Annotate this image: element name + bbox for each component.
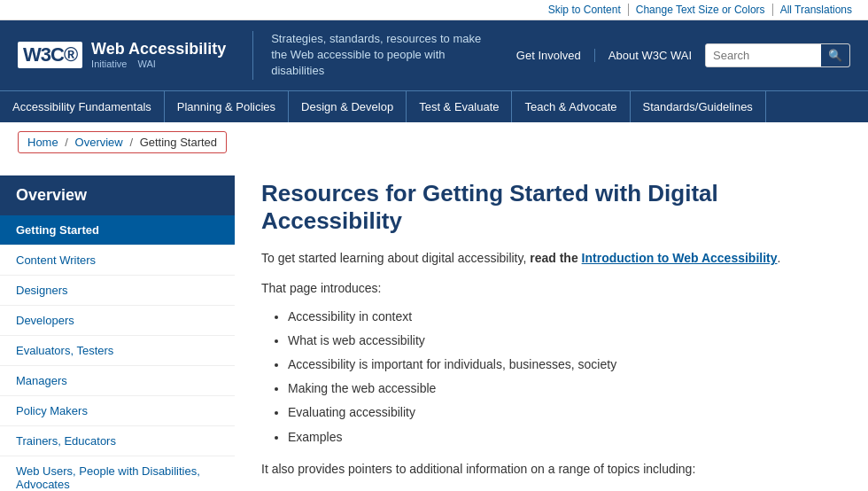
header-nav: Get Involved About W3C WAI [516,49,692,62]
breadcrumb-current: Getting Started [140,136,217,149]
utility-bar: Skip to Content Change Text Size or Colo… [0,0,868,20]
sidebar-item-designers[interactable]: Designers [0,276,235,306]
list-item: What is web accessibility [288,330,841,352]
wai-subtitle: Initiative WAI [91,58,226,70]
breadcrumb-bar: Home / Overview / Getting Started [0,122,868,162]
header-tagline: Strategies, standards, resources to make… [252,31,499,80]
wai-title: Web Accessibility [91,40,226,59]
sidebar-item-content-writers[interactable]: Content Writers [0,246,235,276]
search-input[interactable] [706,44,821,66]
breadcrumb-sep-2: / [129,136,133,149]
list-item: Evaluating accessibility [288,401,841,424]
introduces-text: That page introduces: [261,278,841,298]
get-involved-link[interactable]: Get Involved [516,49,595,62]
intro-bullets-list: Accessibility in context What is web acc… [288,306,841,448]
also-text: It also provides pointers to additional … [261,459,841,479]
logo-area: W3C® Web Accessibility Initiative WAI [18,40,226,71]
sidebar-item-policy-makers[interactable]: Policy Makers [0,396,235,426]
nav-teach-advocate[interactable]: Teach & Advocate [512,91,630,122]
change-text-size-link[interactable]: Change Text Size or Colors [629,4,773,16]
page-layout: Overview Getting Started Content Writers… [0,162,868,491]
list-item: Accessibility in context [288,306,841,328]
skip-to-content-link[interactable]: Skip to Content [541,4,629,16]
nav-standards-guidelines[interactable]: Standards/Guidelines [631,91,766,122]
breadcrumb-sep-1: / [65,136,68,149]
nav-planning-policies[interactable]: Planning & Policies [165,91,289,122]
initiative-label: Initiative [91,58,127,70]
nav-accessibility-fundamentals[interactable]: Accessibility Fundamentals [0,91,165,122]
list-item: Accessibility is important for individua… [288,354,841,376]
about-link[interactable]: About W3C WAI [608,49,692,62]
w3c-logo: W3C® [18,42,82,68]
intro-link[interactable]: Introduction to Web Accessibility [582,251,778,265]
logo-text: Web Accessibility Initiative WAI [91,40,226,71]
list-item: Examples [288,426,841,448]
sidebar-item-trainers-educators[interactable]: Trainers, Educators [0,426,235,456]
breadcrumb-overview[interactable]: Overview [75,136,123,149]
sidebar: Overview Getting Started Content Writers… [0,162,235,491]
intro-text-before: To get started learning about digital ac… [261,251,526,265]
sidebar-item-managers[interactable]: Managers [0,366,235,396]
all-translations-link[interactable]: All Translations [773,4,859,16]
nav-design-develop[interactable]: Design & Develop [289,91,407,122]
sidebar-item-developers[interactable]: Developers [0,306,235,336]
search-form: 🔍 [705,43,850,67]
search-button[interactable]: 🔍 [821,44,849,66]
nav-test-evaluate[interactable]: Test & Evaluate [407,91,512,122]
also-bullets-list: Understanding how people with disabiliti… [288,486,841,491]
wai-label: WAI [137,58,155,70]
intro-bold: read the Introduction to Web Accessibili… [530,251,777,265]
breadcrumb: Home / Overview / Getting Started [18,131,227,153]
sidebar-title: Overview [0,175,235,215]
main-content: Resources for Getting Started with Digit… [235,162,868,491]
sidebar-nav: Getting Started Content Writers Designer… [0,215,235,491]
list-item: Understanding how people with disabiliti… [288,486,841,491]
sidebar-item-web-users[interactable]: Web Users, People with Disabilities, Adv… [0,456,235,491]
intro-paragraph: To get started learning about digital ac… [261,248,841,268]
sidebar-item-evaluators-testers[interactable]: Evaluators, Testers [0,336,235,366]
list-item: Making the web accessible [288,378,841,400]
site-header: W3C® Web Accessibility Initiative WAI St… [0,20,868,90]
breadcrumb-home[interactable]: Home [27,136,58,149]
sidebar-item-getting-started[interactable]: Getting Started [0,215,235,246]
page-title: Resources for Getting Started with Digit… [261,180,841,235]
intro-end: . [778,251,781,265]
main-nav: Accessibility Fundamentals Planning & Po… [0,90,868,122]
header-right: Get Involved About W3C WAI 🔍 [516,43,850,67]
